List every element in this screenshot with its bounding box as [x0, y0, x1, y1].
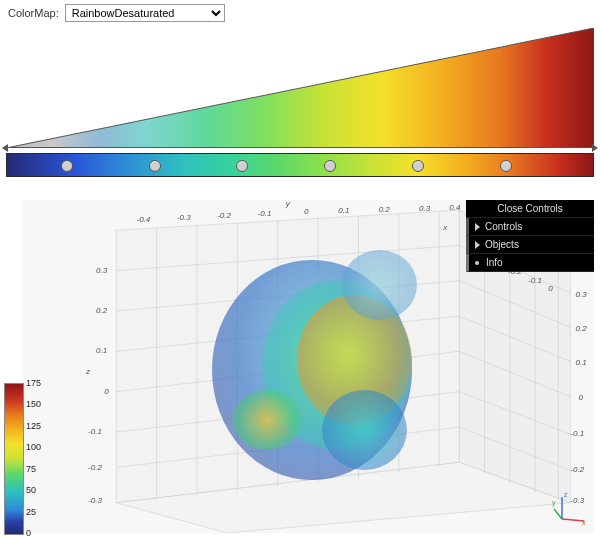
svg-text:-0.2: -0.2 [570, 465, 584, 474]
svg-text:0.3: 0.3 [419, 204, 431, 213]
svg-text:0.3: 0.3 [96, 266, 108, 275]
orientation-axes: x y z [552, 491, 588, 527]
svg-text:0.1: 0.1 [575, 358, 586, 367]
gui-row-objects[interactable]: Objects [466, 236, 594, 254]
colorbar-handle[interactable] [236, 160, 248, 172]
axis-arrow-right-icon [592, 144, 598, 152]
legend-tick: 150 [26, 399, 41, 409]
svg-text:-0.2: -0.2 [217, 211, 231, 220]
colorbar-vertical-bar [4, 383, 24, 535]
opacity-axis [6, 147, 594, 148]
legend-tick: 0 [26, 528, 31, 538]
svg-text:x: x [582, 519, 586, 526]
colorbar-handle[interactable] [500, 160, 512, 172]
legend-tick: 175 [26, 378, 41, 388]
svg-text:0: 0 [548, 284, 553, 293]
volume-render [202, 240, 422, 490]
svg-text:0.1: 0.1 [96, 346, 107, 355]
gui-panel[interactable]: Close Controls Controls Objects Info [466, 200, 594, 272]
svg-line-60 [554, 509, 562, 519]
svg-text:-0.3: -0.3 [88, 496, 102, 505]
svg-text:0: 0 [104, 387, 109, 396]
gui-row-label: Controls [485, 221, 522, 232]
caret-right-icon [475, 223, 480, 231]
svg-text:0.2: 0.2 [379, 205, 391, 214]
legend-tick: 50 [26, 485, 36, 495]
gui-row-label: Info [486, 257, 503, 268]
svg-text:y: y [552, 499, 556, 507]
colorbar-handle[interactable] [324, 160, 336, 172]
svg-text:-0.1: -0.1 [528, 276, 542, 285]
colorbar-horizontal[interactable] [6, 153, 594, 177]
colormap-label: ColorMap: [8, 7, 59, 19]
colorbar-handle[interactable] [149, 160, 161, 172]
colormap-select[interactable]: RainbowDesaturated [65, 4, 225, 22]
svg-text:-0.3: -0.3 [177, 213, 191, 222]
dot-icon [475, 261, 479, 265]
svg-text:0: 0 [578, 393, 583, 402]
opacity-triangle[interactable] [6, 28, 594, 148]
colorbar-handle[interactable] [61, 160, 73, 172]
gui-close-button[interactable]: Close Controls [466, 200, 594, 218]
svg-text:y: y [285, 200, 291, 208]
gui-row-label: Objects [485, 239, 519, 250]
colorbar-handle[interactable] [412, 160, 424, 172]
svg-text:0.2: 0.2 [575, 324, 587, 333]
svg-text:0: 0 [304, 207, 309, 216]
svg-text:-0.2: -0.2 [88, 463, 102, 472]
svg-marker-0 [6, 28, 594, 148]
legend-tick: 75 [26, 464, 36, 474]
svg-text:z: z [85, 367, 91, 376]
svg-text:0.1: 0.1 [338, 206, 349, 215]
svg-line-59 [562, 519, 584, 521]
legend-tick: 100 [26, 442, 41, 452]
legend-tick: 125 [26, 421, 41, 431]
axis-arrow-left-icon [2, 144, 8, 152]
gui-row-info[interactable]: Info [466, 254, 594, 272]
caret-right-icon [475, 241, 480, 249]
gui-row-controls[interactable]: Controls [466, 218, 594, 236]
svg-text:0.4: 0.4 [449, 203, 461, 212]
svg-text:z: z [564, 491, 568, 498]
svg-text:-0.1: -0.1 [258, 209, 272, 218]
opacity-editor[interactable] [6, 28, 594, 149]
legend-tick: 25 [26, 507, 36, 517]
svg-text:-0.1: -0.1 [88, 427, 102, 436]
svg-text:-0.4: -0.4 [136, 215, 150, 224]
svg-text:-0.1: -0.1 [570, 429, 584, 438]
viewport-3d[interactable]: 0.30.20.1 0-0.1-0.2-0.3 z -0.4-0.3-0.2 -… [22, 200, 594, 533]
svg-text:0.2: 0.2 [96, 306, 108, 315]
svg-text:0.3: 0.3 [575, 290, 587, 299]
colorbar-vertical: 1751501251007550250 [4, 383, 52, 533]
